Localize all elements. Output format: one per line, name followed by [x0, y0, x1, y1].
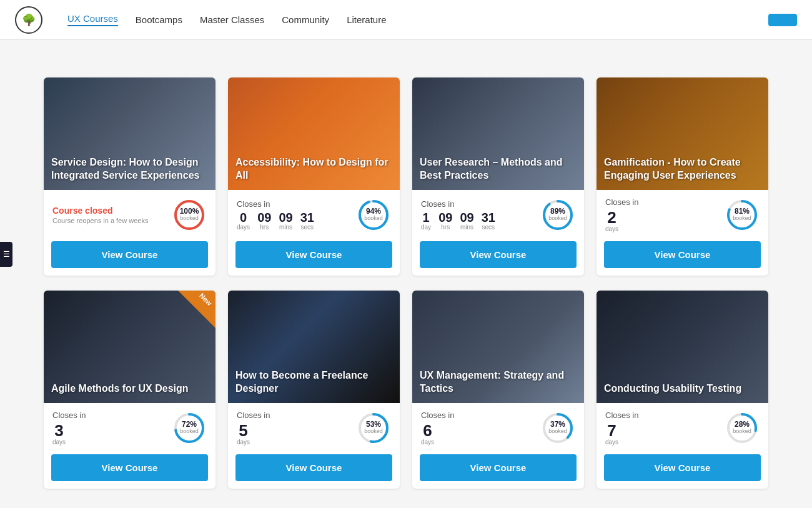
closes-label: Closes in — [237, 199, 356, 209]
closed-label: Course closed — [52, 206, 172, 216]
closes-label: Closes in — [52, 411, 172, 420]
closes-label: Closes in — [605, 197, 725, 207]
countdown: 6 days — [421, 422, 540, 446]
nav-links: UX Courses Bootcamps Master Classes Comm… — [67, 13, 758, 26]
course-title-ux-management: UX Management: Strategy and Tactics — [420, 369, 577, 396]
course-status-closes: Closes in 1 day 09 hrs 09 mins — [412, 190, 584, 232]
countdown: 3 days — [52, 422, 172, 446]
course-card-service-design: Service Design: How to Design Integrated… — [44, 77, 215, 276]
course-status-closes: Closes in 5 days 53% boo — [228, 403, 400, 446]
new-badge — [178, 291, 215, 328]
join-community-button[interactable] — [768, 14, 797, 26]
course-title-freelance-designer: How to Become a Freelance Designer — [235, 369, 392, 396]
nav-literature[interactable]: Literature — [347, 14, 386, 25]
course-grid-row2: New Agile Methods for UX Design Closes i… — [44, 291, 768, 489]
main-content: Service Design: How to Design Integrated… — [31, 40, 781, 508]
closes-label: Closes in — [421, 411, 540, 420]
view-course-button-usability-testing[interactable]: View Course — [604, 454, 761, 481]
countdown: 5 days — [237, 422, 356, 446]
navbar: 🌳 UX Courses Bootcamps Master Classes Co… — [0, 0, 812, 40]
view-course-button-agile-methods[interactable]: View Course — [51, 454, 208, 481]
course-image-gamification[interactable]: Gamification - How to Create Engaging Us… — [597, 77, 768, 190]
scrollbar-hint: ☰ — [0, 242, 12, 267]
course-title-user-research: User Research – Methods and Best Practic… — [420, 156, 577, 182]
course-card-ux-management: UX Management: Strategy and Tactics Clos… — [412, 291, 584, 489]
logo-icon: 🌳 — [15, 6, 42, 34]
course-status-closes: Closes in 2 days 81% boo — [597, 190, 768, 232]
course-title-agile-methods: Agile Methods for UX Design — [51, 382, 208, 396]
countdown: 1 day 09 hrs 09 mins 31 — [421, 211, 540, 231]
booking-circle: 94% booked — [356, 197, 391, 232]
view-course-button-user-research[interactable]: View Course — [420, 241, 577, 268]
course-title-usability-testing: Conducting Usability Testing — [604, 382, 761, 396]
course-card-user-research: User Research – Methods and Best Practic… — [412, 77, 584, 276]
closes-label: Closes in — [237, 411, 356, 420]
course-card-usability-testing: Conducting Usability Testing Closes in 7… — [597, 291, 768, 489]
nav-bootcamps[interactable]: Bootcamps — [136, 14, 182, 25]
view-course-button-ux-management[interactable]: View Course — [420, 454, 577, 481]
course-image-agile-methods[interactable]: New Agile Methods for UX Design — [44, 291, 215, 403]
booking-circle: 89% booked — [540, 197, 575, 232]
view-course-button-service-design[interactable]: View Course — [51, 241, 208, 268]
course-image-freelance-designer[interactable]: How to Become a Freelance Designer — [228, 291, 400, 403]
course-status-closes: Closes in 0 days 09 hrs 09 mins — [228, 190, 400, 232]
booking-circle: 81% booked — [725, 197, 760, 232]
view-course-button-accessibility[interactable]: View Course — [235, 241, 392, 268]
countdown: 7 days — [605, 422, 725, 446]
course-title-gamification: Gamification - How to Create Engaging Us… — [604, 156, 761, 182]
view-course-button-gamification[interactable]: View Course — [604, 241, 761, 268]
nav-community[interactable]: Community — [282, 14, 329, 25]
nav-master-classes[interactable]: Master Classes — [200, 14, 264, 25]
course-card-gamification: Gamification - How to Create Engaging Us… — [597, 77, 768, 276]
course-status-closes: Closes in 6 days 37% boo — [412, 403, 584, 446]
course-status-closes: Closes in 7 days 28% boo — [597, 403, 768, 446]
course-grid-row1: Service Design: How to Design Integrated… — [44, 77, 768, 276]
nav-ux-courses[interactable]: UX Courses — [67, 13, 118, 26]
booking-circle: 72% booked — [172, 411, 207, 446]
booking-circle: 37% booked — [540, 411, 575, 446]
course-image-usability-testing[interactable]: Conducting Usability Testing — [597, 291, 768, 403]
course-image-ux-management[interactable]: UX Management: Strategy and Tactics — [412, 291, 584, 403]
course-status-closes: Closes in 3 days 72% boo — [44, 403, 215, 446]
booking-circle: 28% booked — [725, 411, 760, 446]
closes-label: Closes in — [421, 199, 540, 209]
course-image-user-research[interactable]: User Research – Methods and Best Practic… — [412, 77, 584, 190]
countdown: 0 days 09 hrs 09 mins 31 — [237, 211, 356, 231]
reopens-label: Course reopens in a few weeks — [52, 217, 172, 224]
view-course-button-freelance-designer[interactable]: View Course — [235, 454, 392, 481]
course-image-service-design[interactable]: Service Design: How to Design Integrated… — [44, 77, 215, 190]
course-title-service-design: Service Design: How to Design Integrated… — [51, 156, 208, 182]
course-status-closed: Course closed Course reopens in a few we… — [44, 190, 215, 232]
countdown: 2 days — [605, 209, 725, 232]
nav-actions — [758, 14, 797, 26]
course-card-agile-methods: New Agile Methods for UX Design Closes i… — [44, 291, 215, 489]
course-title-accessibility: Accessibility: How to Design for All — [235, 156, 392, 182]
course-card-freelance-designer: How to Become a Freelance Designer Close… — [228, 291, 400, 489]
booking-circle: 100% booked — [172, 197, 207, 232]
booking-circle: 53% booked — [356, 411, 391, 446]
course-image-accessibility[interactable]: Accessibility: How to Design for All — [228, 77, 400, 190]
course-card-accessibility: Accessibility: How to Design for All Clo… — [228, 77, 400, 276]
logo[interactable]: 🌳 — [15, 6, 47, 34]
closes-label: Closes in — [605, 411, 725, 420]
